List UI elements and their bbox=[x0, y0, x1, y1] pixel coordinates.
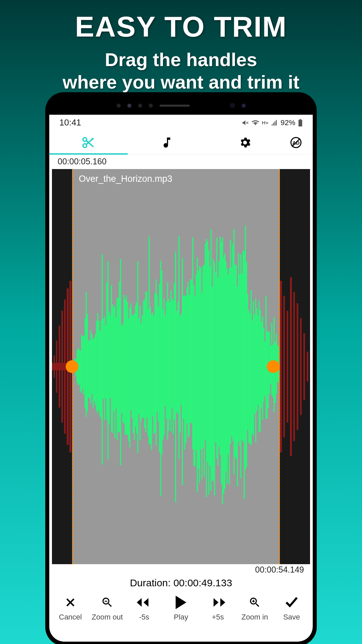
svg-rect-150 bbox=[218, 278, 219, 466]
svg-rect-114 bbox=[176, 311, 177, 413]
play-button[interactable]: Play bbox=[164, 595, 199, 622]
svg-rect-101 bbox=[161, 271, 162, 454]
svg-rect-32 bbox=[82, 336, 83, 389]
forward-5s-button[interactable]: +5s bbox=[200, 595, 236, 622]
trim-handle-start[interactable] bbox=[66, 360, 78, 373]
svg-rect-109 bbox=[170, 290, 171, 431]
svg-rect-22 bbox=[303, 333, 305, 400]
play-icon bbox=[175, 596, 187, 609]
svg-rect-197 bbox=[271, 323, 272, 395]
zoom-in-button[interactable]: Zoom in bbox=[237, 595, 273, 622]
svg-rect-102 bbox=[163, 309, 164, 440]
svg-rect-130 bbox=[194, 296, 195, 466]
svg-rect-159 bbox=[228, 275, 229, 454]
cancel-button[interactable]: Cancel bbox=[53, 595, 88, 622]
status-indicators: H+ 92% bbox=[242, 118, 303, 127]
svg-rect-152 bbox=[220, 236, 221, 454]
signal-icon bbox=[271, 119, 278, 126]
zoom-in-label: Zoom in bbox=[241, 613, 268, 622]
svg-rect-80 bbox=[137, 261, 138, 453]
svg-rect-111 bbox=[173, 300, 174, 434]
svg-rect-74 bbox=[130, 304, 131, 411]
tab-cut[interactable] bbox=[49, 130, 128, 154]
waveform-editor[interactable]: Over_the_Horizon.mp3 bbox=[52, 169, 310, 564]
svg-rect-177 bbox=[248, 310, 249, 443]
svg-rect-161 bbox=[230, 240, 231, 444]
svg-rect-61 bbox=[115, 317, 116, 408]
svg-rect-143 bbox=[209, 267, 210, 466]
svg-rect-99 bbox=[159, 284, 160, 452]
svg-rect-147 bbox=[214, 262, 215, 495]
svg-rect-174 bbox=[245, 226, 246, 470]
svg-rect-179 bbox=[251, 290, 252, 445]
svg-rect-154 bbox=[222, 237, 223, 504]
tab-settings[interactable] bbox=[206, 130, 284, 154]
svg-rect-128 bbox=[192, 237, 193, 449]
svg-rect-97 bbox=[157, 294, 158, 412]
svg-rect-113 bbox=[175, 252, 176, 502]
svg-rect-86 bbox=[144, 300, 145, 428]
svg-rect-189 bbox=[262, 317, 263, 420]
svg-rect-133 bbox=[198, 271, 199, 469]
svg-rect-187 bbox=[260, 310, 261, 432]
svg-rect-181 bbox=[253, 301, 254, 436]
svg-rect-191 bbox=[264, 341, 265, 396]
svg-rect-153 bbox=[221, 241, 222, 483]
svg-rect-169 bbox=[239, 274, 240, 446]
svg-rect-92 bbox=[151, 314, 152, 450]
svg-rect-11 bbox=[61, 311, 63, 422]
svg-rect-16 bbox=[283, 296, 285, 437]
svg-rect-120 bbox=[183, 296, 184, 419]
svg-rect-136 bbox=[201, 293, 202, 479]
svg-rect-0 bbox=[299, 120, 302, 126]
svg-rect-122 bbox=[185, 296, 186, 443]
svg-rect-72 bbox=[128, 318, 129, 441]
svg-rect-175 bbox=[246, 262, 247, 467]
svg-rect-33 bbox=[83, 336, 84, 395]
svg-rect-146 bbox=[213, 259, 214, 481]
svg-rect-31 bbox=[81, 334, 82, 393]
svg-rect-53 bbox=[106, 282, 107, 420]
svg-rect-58 bbox=[112, 304, 113, 433]
svg-rect-90 bbox=[149, 236, 150, 444]
svg-rect-1 bbox=[300, 119, 301, 120]
svg-rect-115 bbox=[177, 302, 178, 414]
svg-rect-77 bbox=[134, 314, 135, 440]
promo-subtitle-line1: Drag the handles bbox=[105, 49, 257, 70]
svg-rect-35 bbox=[86, 292, 87, 417]
svg-rect-82 bbox=[139, 305, 140, 440]
svg-rect-151 bbox=[219, 261, 220, 447]
svg-rect-17 bbox=[287, 311, 288, 422]
svg-rect-132 bbox=[197, 257, 198, 492]
svg-rect-49 bbox=[102, 254, 103, 465]
svg-rect-118 bbox=[181, 313, 182, 405]
audio-filename: Over_the_Horizon.mp3 bbox=[79, 174, 172, 184]
svg-rect-20 bbox=[297, 303, 298, 430]
svg-rect-98 bbox=[158, 307, 159, 422]
selection-end-time: 00:00:54.149 bbox=[49, 564, 313, 575]
no-ads-button[interactable]: AD bbox=[284, 137, 308, 149]
check-icon bbox=[285, 596, 299, 608]
svg-rect-19 bbox=[293, 292, 295, 441]
no-ads-icon: AD bbox=[290, 137, 302, 149]
svg-rect-144 bbox=[210, 229, 212, 491]
svg-point-3 bbox=[83, 144, 86, 147]
svg-rect-30 bbox=[80, 351, 81, 391]
svg-rect-62 bbox=[117, 298, 118, 440]
scissors-icon bbox=[81, 135, 96, 150]
svg-rect-37 bbox=[88, 340, 89, 397]
svg-rect-182 bbox=[254, 314, 255, 414]
tab-music[interactable] bbox=[128, 130, 206, 154]
zoom-out-button[interactable]: Zoom out bbox=[90, 595, 125, 622]
rewind-5s-button[interactable]: -5s bbox=[127, 595, 162, 622]
svg-rect-141 bbox=[207, 241, 208, 462]
svg-rect-188 bbox=[261, 322, 262, 408]
save-button[interactable]: Save bbox=[274, 595, 309, 622]
svg-rect-57 bbox=[111, 285, 112, 432]
trim-handle-end[interactable] bbox=[267, 360, 280, 373]
svg-rect-8 bbox=[54, 356, 55, 378]
svg-rect-78 bbox=[135, 306, 136, 427]
svg-rect-29 bbox=[79, 350, 80, 384]
zoom-in-icon bbox=[248, 596, 261, 609]
svg-rect-124 bbox=[188, 282, 189, 438]
